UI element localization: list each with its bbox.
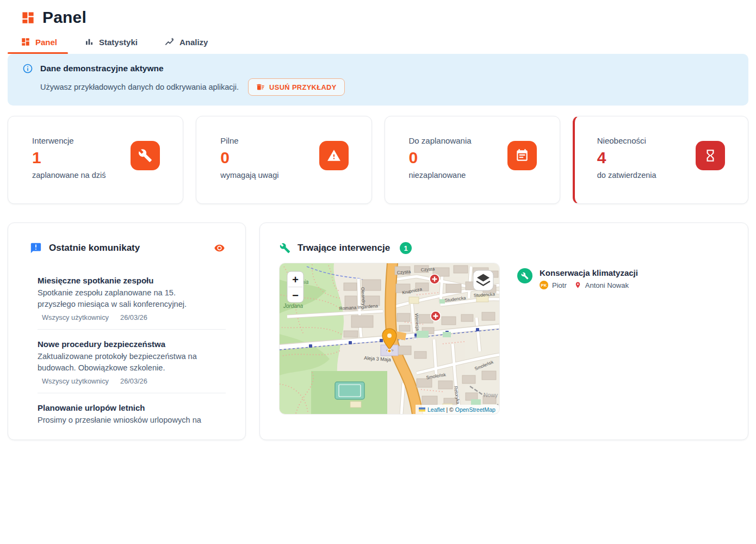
stat-label: Pilne [220,136,278,145]
banner-title: Dane demonstracyjne aktywne [40,64,164,73]
bar-chart-icon [84,37,94,47]
leaflet-map[interactable]: Czysta Czysta Krupnicza Studencka Studen… [280,263,499,414]
stat-value: 1 [32,150,106,166]
location-name: Antoni Nowak [585,281,629,289]
interventions-count-badge: 1 [400,242,412,254]
announcement-date: 26/03/26 [120,313,147,322]
intervention-title: Konserwacja klimatyzacji [540,268,638,277]
announcements-title: Ostatnie komunikaty [49,243,140,254]
dashboard-logo-icon [21,10,35,25]
map-hospital-marker [430,274,439,284]
banner-subtitle: Używasz przykładowych danych do odkrywan… [40,83,239,91]
map-zoom-control: + − [287,271,303,302]
remove-examples-label: USUŃ PRZYKŁADY [269,83,337,91]
assignee-initials-badge: PK [540,281,548,289]
tab-label: Analizy [179,38,208,47]
stat-sublabel: zaplanowane na dziś [32,171,106,180]
wrench-icon [280,243,290,254]
stat-sublabel: do zatwierdzenia [597,171,656,180]
announcement-title: Nowe procedury bezpieczeństwa [38,339,226,349]
announcement-audience: Wszyscy użytkownicy [42,377,109,385]
interventions-card: Trwające interwencje 1 [259,222,748,440]
svg-text:Oleandry: Oleandry [360,287,367,306]
tab-analizy[interactable]: Analizy [152,34,222,54]
svg-text:Jordana: Jordana [283,303,303,309]
svg-text:Nowy: Nowy [484,392,498,398]
stat-card-do-zaplanowania[interactable]: Do zaplanowania 0 niezaplanowane [385,116,560,204]
stat-card-pilne[interactable]: Pilne 0 wymagają uwagi [196,116,371,204]
stat-label: Do zaplanowania [409,136,472,145]
openstreetmap-link[interactable]: OpenStreetMap [455,406,495,413]
wrench-avatar-icon [517,268,532,283]
stat-card-interwencje[interactable]: Interwencje 1 zaplanowane na dziś [8,116,183,204]
app-header: Panel [0,0,756,27]
location-pin-icon [574,281,581,289]
demo-data-banner: Dane demonstracyjne aktywne Używasz przy… [8,54,748,106]
tab-panel[interactable]: Panel [8,34,71,54]
tab-statystyki[interactable]: Statystyki [71,34,152,54]
announcement-title: Miesięczne spotkanie zespołu [38,276,226,285]
tab-label: Panel [35,38,57,47]
intervention-list-item[interactable]: Konserwacja klimatyzacji PK Piotr Antoni… [517,268,638,414]
announcement-item[interactable]: Nowe procedury bezpieczeństwa Zaktualizo… [38,339,226,393]
announcement-body: Zaktualizowane protokoły bezpieczeństwa … [38,351,207,374]
announcement-body: Prosimy o przesłanie wniosków urlopowych… [38,415,207,426]
tab-label: Statystyki [99,38,138,47]
stats-row: Interwencje 1 zaplanowane na dziś Pilne … [8,116,748,204]
map-zoom-in-button[interactable]: + [292,274,299,286]
map-attribution: Leaflet | © OpenStreetMap [416,405,499,414]
info-icon [22,63,33,74]
announcement-item[interactable]: Planowanie urlopów letnich Prosimy o prz… [38,403,226,434]
assignee-name: Piotr [552,281,567,289]
interventions-title: Trwające interwencje [298,243,390,254]
announcement-item[interactable]: Miesięczne spotkanie zespołu Spotkanie z… [38,276,226,330]
stat-value: 0 [220,150,278,166]
stat-value: 4 [597,150,656,166]
dashboard-icon [21,37,30,47]
map-canvas: Czysta Czysta Krupnicza Studencka Studen… [280,263,499,414]
wrench-icon [131,141,160,170]
announcement-title: Planowanie urlopów letnich [38,403,226,412]
stat-label: Nieobecności [597,136,656,145]
delete-sweep-icon [256,83,265,91]
calendar-icon [507,141,537,170]
map-layers-control[interactable] [473,270,493,290]
map-hospital-marker [431,311,441,321]
remove-examples-button[interactable]: USUŃ PRZYKŁADY [248,78,345,96]
stat-value: 0 [409,150,472,166]
stat-sublabel: wymagają uwagi [220,171,278,180]
ukraine-flag-icon [419,407,425,410]
eye-icon [213,243,226,254]
map-zoom-out-button[interactable]: − [292,289,299,301]
view-all-announcements-button[interactable] [213,243,226,254]
announcement-audience: Wszyscy użytkownicy [42,313,109,322]
stat-card-nieobecnosci[interactable]: Nieobecności 4 do zatwierdzenia [573,116,748,204]
announcements-list: Miesięczne spotkanie zespołu Spotkanie z… [38,276,226,434]
stat-sublabel: niezaplanowane [409,171,472,180]
announcement-body: Spotkanie zespołu zaplanowane na 15. prz… [38,287,207,310]
leaflet-link[interactable]: Leaflet [427,406,445,413]
tab-bar: Panel Statystyki Analizy [8,34,756,54]
hourglass-icon [696,141,725,170]
svg-text:Leaflet | © OpenStreetMap: Leaflet | © OpenStreetMap [427,406,495,413]
announcement-icon [30,242,42,254]
page-title: Panel [42,8,86,27]
announcement-date: 26/03/26 [120,377,147,385]
stat-label: Interwencje [32,136,106,145]
content-row: Ostatnie komunikaty Miesięczne spotkanie… [8,222,748,440]
warning-icon [319,141,349,170]
announcements-card: Ostatnie komunikaty Miesięczne spotkanie… [8,222,246,440]
trend-sparkle-icon [165,37,175,47]
